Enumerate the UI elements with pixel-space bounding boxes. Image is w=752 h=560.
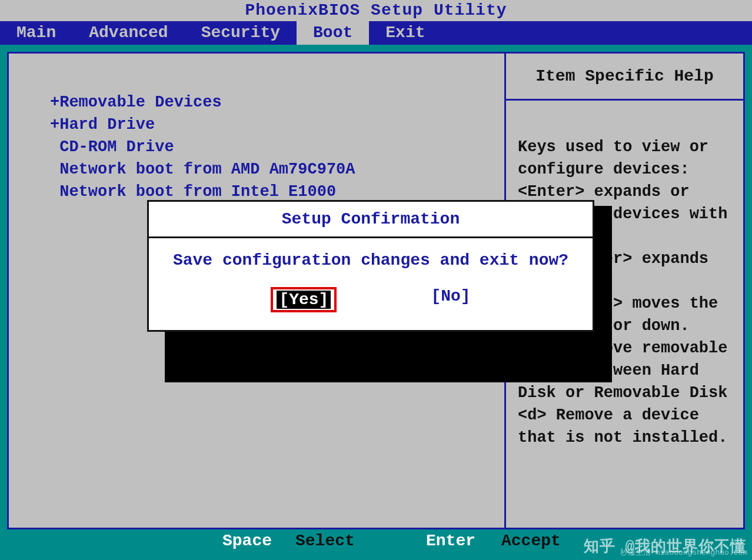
menu-main[interactable]: Main [0, 21, 72, 45]
menu-exit[interactable]: Exit [369, 21, 441, 45]
footer-action-accept: Accept [501, 529, 561, 553]
footer-key-space: Space [222, 529, 272, 553]
boot-item-cdrom[interactable]: CD-ROM Drive [50, 136, 481, 158]
boot-item-harddrive[interactable]: +Hard Drive [50, 114, 481, 136]
boot-item-removable[interactable]: +Removable Devices [50, 91, 481, 114]
footer-key-enter: Enter [426, 529, 475, 553]
dialog-message: Save configuration changes and exit now? [149, 238, 593, 275]
menu-boot[interactable]: Boot [297, 21, 369, 45]
no-button[interactable]: [No] [431, 287, 470, 312]
menu-bar: Main Advanced Security Boot Exit [0, 21, 752, 45]
window-title: PhoenixBIOS Setup Utility [0, 0, 752, 21]
menu-security[interactable]: Security [185, 21, 297, 45]
dialog-title: Setup Confirmation [149, 202, 593, 238]
dialog-buttons: [Yes] [No] [149, 275, 593, 330]
watermark-source: 秒懂生活 miaodongshenghuo.com [620, 547, 747, 558]
yes-button-label: [Yes] [277, 291, 331, 309]
menu-advanced[interactable]: Advanced [72, 21, 184, 45]
yes-button[interactable]: [Yes] [271, 287, 337, 312]
footer-action-select: Select [295, 529, 355, 553]
boot-item-net-amd[interactable]: Network boot from AMD Am79C970A [50, 158, 481, 181]
help-title: Item Specific Help [506, 54, 743, 101]
confirmation-dialog: Setup Confirmation Save configuration ch… [147, 200, 594, 332]
